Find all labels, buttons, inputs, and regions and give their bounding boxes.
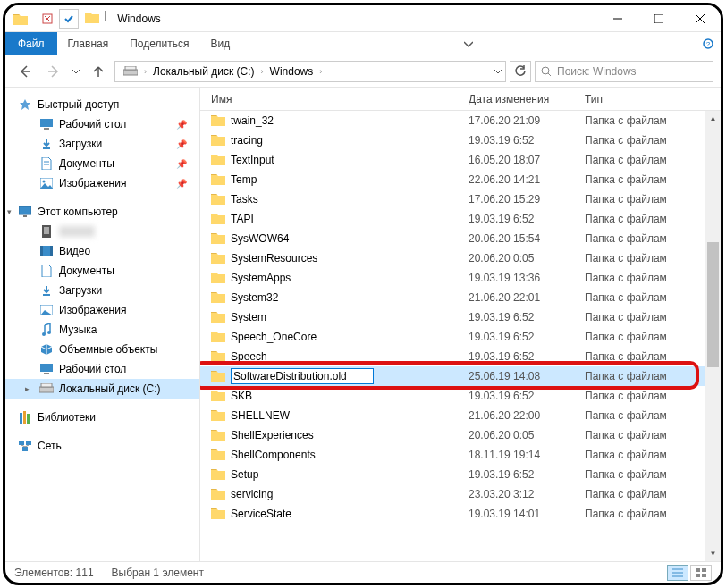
sidebar-libraries[interactable]: Библиотеки xyxy=(5,407,199,427)
sidebar-item-pictures-2[interactable]: Изображения xyxy=(5,300,199,320)
ribbon-expand-button[interactable] xyxy=(452,32,485,55)
nav-back-button[interactable] xyxy=(13,59,38,84)
table-row[interactable]: servicing23.03.20 3:12Папка с файлам xyxy=(200,484,721,504)
table-row[interactable]: TAPI19.03.19 6:52Папка с файлам xyxy=(200,209,721,229)
sidebar-item-videos[interactable]: Видео xyxy=(5,241,199,261)
refresh-button[interactable] xyxy=(510,61,531,82)
table-row[interactable]: Speech19.03.19 6:52Папка с файлам xyxy=(200,347,721,366)
table-row[interactable]: ShellComponents18.11.19 19:14Папка с фай… xyxy=(200,445,721,465)
sidebar-item-documents[interactable]: Документы 📌 xyxy=(5,154,199,173)
sidebar-network[interactable]: Сеть xyxy=(5,436,199,456)
table-row[interactable]: Setup19.03.19 6:52Папка с файлам xyxy=(200,465,721,484)
chevron-down-icon[interactable]: ▾ xyxy=(7,207,12,216)
sidebar-item-downloads[interactable]: Загрузки 📌 xyxy=(5,134,199,154)
svg-rect-46 xyxy=(696,568,700,572)
file-name: ShellExperiences xyxy=(231,429,314,441)
ribbon-help-button[interactable]: ? xyxy=(696,32,721,55)
tab-file[interactable]: Файл xyxy=(5,32,57,55)
sidebar-item-desktop-2[interactable]: Рабочий стол xyxy=(5,359,199,379)
sidebar-item-device[interactable] xyxy=(5,222,199,241)
table-row[interactable]: System3221.06.20 22:01Папка с файлам xyxy=(200,288,721,307)
column-header-name[interactable]: Имя xyxy=(200,93,469,105)
sidebar-item-documents-2[interactable]: Документы xyxy=(5,261,199,281)
view-icons-button[interactable] xyxy=(690,565,712,581)
breadcrumb-drive-icon[interactable] xyxy=(119,62,142,81)
sidebar-item-pictures[interactable]: Изображения 📌 xyxy=(5,173,199,193)
view-details-button[interactable] xyxy=(667,565,688,581)
close-button[interactable] xyxy=(680,5,721,32)
svg-rect-13 xyxy=(40,119,53,127)
folder-icon xyxy=(211,408,225,424)
navigation-pane[interactable]: Быстрый доступ Рабочий стол 📌 Загрузки 📌… xyxy=(5,88,200,561)
qat-checkbox[interactable] xyxy=(59,9,79,29)
nav-up-button[interactable] xyxy=(86,59,111,84)
address-dropdown[interactable] xyxy=(494,68,502,75)
file-name: SystemResources xyxy=(231,252,317,265)
table-row[interactable]: 25.06.19 14:08Папка с файлам xyxy=(200,366,721,386)
table-row[interactable]: ServiceState19.03.19 14:01Папка с файлам xyxy=(200,504,721,524)
breadcrumb-sep[interactable]: › xyxy=(142,67,148,76)
address-bar[interactable]: › Локальный диск (C:) › Windows › xyxy=(114,61,506,82)
chevron-right-icon[interactable]: ▸ xyxy=(25,384,30,393)
cell-date: 21.06.20 22:01 xyxy=(469,291,585,304)
scroll-down-button[interactable]: ▼ xyxy=(705,546,721,561)
sidebar-item-downloads-2[interactable]: Загрузки xyxy=(5,281,199,300)
pin-icon: 📌 xyxy=(176,120,187,130)
table-row[interactable]: System19.03.19 6:52Папка с файлам xyxy=(200,307,721,327)
breadcrumb-folder[interactable]: Windows xyxy=(266,62,318,81)
folder-icon xyxy=(211,389,225,404)
status-item-count: Элементов: 111 xyxy=(14,567,94,579)
cell-name: TextInput xyxy=(200,153,469,168)
table-row[interactable]: TextInput16.05.20 18:07Папка с файлам xyxy=(200,150,721,170)
file-list-pane: Имя Дата изменения Тип twain_3217.06.20 … xyxy=(200,88,721,561)
sidebar-item-local-disk-c[interactable]: ▸ Локальный диск (C:) xyxy=(5,379,199,399)
svg-rect-25 xyxy=(40,246,43,256)
maximize-button[interactable] xyxy=(638,5,680,32)
nav-recent-dropdown[interactable] xyxy=(70,59,82,84)
sidebar-item-desktop[interactable]: Рабочий стол 📌 xyxy=(5,114,199,134)
folder-icon xyxy=(211,113,225,129)
scroll-thumb[interactable] xyxy=(707,242,719,367)
column-header-type[interactable]: Тип xyxy=(585,93,705,105)
table-row[interactable]: SystemApps19.03.19 13:36Папка с файлам xyxy=(200,268,721,288)
vertical-scrollbar[interactable]: ▲ ▼ xyxy=(705,111,721,561)
qat-folder-icon[interactable] xyxy=(84,9,100,25)
column-header-date[interactable]: Дата изменения xyxy=(469,93,585,105)
music-icon xyxy=(39,323,54,337)
sidebar-item-music[interactable]: Музыка xyxy=(5,320,199,340)
table-row[interactable]: ShellExperiences20.06.20 0:05Папка с фай… xyxy=(200,425,721,445)
search-placeholder: Поиск: Windows xyxy=(557,65,637,78)
file-name: twain_32 xyxy=(231,114,274,127)
tab-share[interactable]: Поделиться xyxy=(119,32,199,55)
table-row[interactable]: twain_3217.06.20 21:09Папка с файлам xyxy=(200,111,721,130)
cell-name: tracing xyxy=(200,133,469,148)
table-row[interactable]: Temp22.06.20 14:21Папка с файлам xyxy=(200,170,721,189)
file-name: System32 xyxy=(231,291,278,304)
table-row[interactable]: SHELLNEW21.06.20 22:00Папка с файлам xyxy=(200,406,721,425)
nav-forward-button[interactable] xyxy=(41,59,66,84)
cell-type: Папка с файлам xyxy=(585,331,721,343)
table-row[interactable]: SysWOW6420.06.20 15:54Папка с файлам xyxy=(200,229,721,248)
scroll-up-button[interactable]: ▲ xyxy=(705,111,721,126)
file-rows[interactable]: twain_3217.06.20 21:09Папка с файламtrac… xyxy=(200,111,721,561)
sidebar-item-3d-objects[interactable]: Объемные объекты xyxy=(5,340,199,359)
table-row[interactable]: tracing19.03.19 6:52Папка с файлам xyxy=(200,130,721,150)
table-row[interactable]: Tasks17.06.20 15:29Папка с файлам xyxy=(200,189,721,209)
table-row[interactable]: SKB19.03.19 6:52Папка с файлам xyxy=(200,386,721,406)
minimize-button[interactable] xyxy=(597,5,638,32)
breadcrumb-drive[interactable]: Локальный диск (C:) xyxy=(148,62,259,81)
search-box[interactable]: Поиск: Windows xyxy=(535,61,713,82)
cell-date: 20.06.20 0:05 xyxy=(469,252,585,265)
sidebar-this-pc[interactable]: ▾ Этот компьютер xyxy=(5,202,199,222)
sidebar-quick-access[interactable]: Быстрый доступ xyxy=(5,95,199,114)
qat-properties-icon[interactable] xyxy=(38,9,57,29)
table-row[interactable]: Speech_OneCore19.03.19 6:52Папка с файла… xyxy=(200,327,721,347)
tab-view[interactable]: Вид xyxy=(199,32,241,55)
breadcrumb-sep[interactable]: › xyxy=(259,67,266,76)
cell-date: 19.03.19 6:52 xyxy=(469,390,585,402)
tab-home[interactable]: Главная xyxy=(57,32,120,55)
table-row[interactable]: SystemResources20.06.20 0:05Папка с файл… xyxy=(200,248,721,268)
breadcrumb-sep[interactable]: › xyxy=(317,67,324,76)
scroll-track[interactable] xyxy=(705,126,721,546)
rename-input[interactable] xyxy=(231,368,374,384)
